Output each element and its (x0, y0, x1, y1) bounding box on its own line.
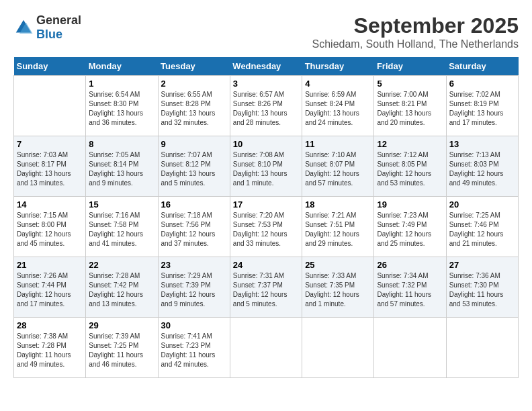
day-info: Sunrise: 7:08 AMSunset: 8:10 PMDaylight:… (233, 150, 299, 188)
day-number: 25 (305, 260, 371, 270)
calendar-cell: 5Sunrise: 7:00 AMSunset: 8:21 PMDaylight… (374, 76, 446, 136)
day-info: Sunrise: 7:28 AMSunset: 7:42 PMDaylight:… (89, 271, 154, 309)
day-info: Sunrise: 7:16 AMSunset: 7:58 PMDaylight:… (89, 211, 154, 248)
weekday-header-tuesday: Tuesday (158, 57, 230, 76)
day-info: Sunrise: 6:54 AMSunset: 8:30 PMDaylight:… (89, 90, 154, 128)
calendar-cell: 8Sunrise: 7:05 AMSunset: 8:14 PMDaylight… (86, 136, 158, 197)
calendar-cell: 4Sunrise: 6:59 AMSunset: 8:24 PMDaylight… (302, 76, 374, 136)
weekday-header-sunday: Sunday (14, 57, 86, 76)
calendar-cell: 2Sunrise: 6:55 AMSunset: 8:28 PMDaylight… (158, 76, 230, 136)
weekday-header-wednesday: Wednesday (230, 57, 302, 76)
calendar-cell: 17Sunrise: 7:20 AMSunset: 7:53 PMDayligh… (230, 197, 302, 257)
calendar-cell: 6Sunrise: 7:02 AMSunset: 8:19 PMDaylight… (446, 76, 518, 136)
day-info: Sunrise: 7:15 AMSunset: 8:00 PMDaylight:… (17, 211, 83, 248)
calendar-cell: 28Sunrise: 7:38 AMSunset: 7:28 PMDayligh… (14, 318, 86, 378)
calendar-cell: 21Sunrise: 7:26 AMSunset: 7:44 PMDayligh… (14, 257, 86, 318)
day-info: Sunrise: 7:25 AMSunset: 7:46 PMDaylight:… (449, 211, 515, 248)
day-info: Sunrise: 7:29 AMSunset: 7:39 PMDaylight:… (161, 271, 227, 309)
day-number: 6 (449, 79, 515, 89)
day-number: 22 (89, 260, 154, 270)
day-number: 19 (377, 199, 443, 210)
day-info: Sunrise: 7:39 AMSunset: 7:25 PMDaylight:… (89, 332, 154, 369)
week-row-4: 21Sunrise: 7:26 AMSunset: 7:44 PMDayligh… (14, 257, 519, 318)
day-number: 7 (17, 139, 83, 149)
day-number: 16 (161, 199, 227, 210)
day-info: Sunrise: 7:33 AMSunset: 7:35 PMDaylight:… (305, 271, 371, 309)
calendar-cell: 13Sunrise: 7:13 AMSunset: 8:03 PMDayligh… (446, 136, 518, 197)
week-row-2: 7Sunrise: 7:03 AMSunset: 8:17 PMDaylight… (14, 136, 519, 197)
calendar-cell: 26Sunrise: 7:34 AMSunset: 7:32 PMDayligh… (374, 257, 446, 318)
week-row-3: 14Sunrise: 7:15 AMSunset: 8:00 PMDayligh… (14, 197, 519, 257)
calendar-cell (446, 318, 518, 378)
calendar: SundayMondayTuesdayWednesdayThursdayFrid… (13, 57, 519, 378)
calendar-cell: 24Sunrise: 7:31 AMSunset: 7:37 PMDayligh… (230, 257, 302, 318)
day-info: Sunrise: 7:26 AMSunset: 7:44 PMDaylight:… (17, 271, 83, 309)
day-info: Sunrise: 7:12 AMSunset: 8:05 PMDaylight:… (377, 150, 443, 188)
day-info: Sunrise: 7:00 AMSunset: 8:21 PMDaylight:… (377, 90, 443, 128)
location-title: Schiedam, South Holland, The Netherlands (312, 38, 519, 50)
day-number: 29 (89, 320, 154, 330)
day-number: 9 (161, 139, 227, 149)
day-info: Sunrise: 7:23 AMSunset: 7:49 PMDaylight:… (377, 211, 443, 248)
calendar-cell: 27Sunrise: 7:36 AMSunset: 7:30 PMDayligh… (446, 257, 518, 318)
calendar-cell: 18Sunrise: 7:21 AMSunset: 7:51 PMDayligh… (302, 197, 374, 257)
calendar-cell: 22Sunrise: 7:28 AMSunset: 7:42 PMDayligh… (86, 257, 158, 318)
day-info: Sunrise: 7:03 AMSunset: 8:17 PMDaylight:… (17, 150, 83, 188)
logo-text-blue: Blue (36, 28, 62, 41)
day-number: 23 (161, 260, 227, 270)
calendar-cell: 23Sunrise: 7:29 AMSunset: 7:39 PMDayligh… (158, 257, 230, 318)
calendar-cell (230, 318, 302, 378)
day-info: Sunrise: 7:21 AMSunset: 7:51 PMDaylight:… (305, 211, 371, 248)
weekday-header-thursday: Thursday (302, 57, 374, 76)
day-number: 15 (89, 199, 154, 210)
calendar-cell: 19Sunrise: 7:23 AMSunset: 7:49 PMDayligh… (374, 197, 446, 257)
calendar-cell: 16Sunrise: 7:18 AMSunset: 7:56 PMDayligh… (158, 197, 230, 257)
day-info: Sunrise: 7:20 AMSunset: 7:53 PMDaylight:… (233, 211, 299, 248)
day-number: 2 (161, 79, 227, 89)
day-number: 14 (17, 199, 83, 210)
calendar-cell: 29Sunrise: 7:39 AMSunset: 7:25 PMDayligh… (86, 318, 158, 378)
day-info: Sunrise: 6:57 AMSunset: 8:26 PMDaylight:… (233, 90, 299, 128)
day-number: 26 (377, 260, 443, 270)
week-row-5: 28Sunrise: 7:38 AMSunset: 7:28 PMDayligh… (14, 318, 519, 378)
day-info: Sunrise: 7:10 AMSunset: 8:07 PMDaylight:… (305, 150, 371, 188)
weekday-header-friday: Friday (374, 57, 446, 76)
calendar-cell: 11Sunrise: 7:10 AMSunset: 8:07 PMDayligh… (302, 136, 374, 197)
day-number: 24 (233, 260, 299, 270)
calendar-cell: 12Sunrise: 7:12 AMSunset: 8:05 PMDayligh… (374, 136, 446, 197)
day-number: 10 (233, 139, 299, 149)
day-info: Sunrise: 7:07 AMSunset: 8:12 PMDaylight:… (161, 150, 227, 188)
calendar-cell: 15Sunrise: 7:16 AMSunset: 7:58 PMDayligh… (86, 197, 158, 257)
day-number: 1 (89, 79, 154, 89)
day-number: 17 (233, 199, 299, 210)
day-number: 12 (377, 139, 443, 149)
day-number: 18 (305, 199, 371, 210)
calendar-cell (302, 318, 374, 378)
weekday-header-monday: Monday (86, 57, 158, 76)
day-number: 3 (233, 79, 299, 89)
day-number: 30 (161, 320, 227, 330)
calendar-cell: 7Sunrise: 7:03 AMSunset: 8:17 PMDaylight… (14, 136, 86, 197)
logo-icon (13, 17, 34, 38)
calendar-cell: 10Sunrise: 7:08 AMSunset: 8:10 PMDayligh… (230, 136, 302, 197)
calendar-cell (374, 318, 446, 378)
day-info: Sunrise: 7:02 AMSunset: 8:19 PMDaylight:… (449, 90, 515, 128)
calendar-cell: 1Sunrise: 6:54 AMSunset: 8:30 PMDaylight… (86, 76, 158, 136)
day-info: Sunrise: 7:41 AMSunset: 7:23 PMDaylight:… (161, 332, 227, 369)
calendar-cell: 20Sunrise: 7:25 AMSunset: 7:46 PMDayligh… (446, 197, 518, 257)
calendar-cell: 9Sunrise: 7:07 AMSunset: 8:12 PMDaylight… (158, 136, 230, 197)
calendar-cell: 3Sunrise: 6:57 AMSunset: 8:26 PMDaylight… (230, 76, 302, 136)
day-info: Sunrise: 7:36 AMSunset: 7:30 PMDaylight:… (449, 271, 515, 309)
title-section: September 2025 Schiedam, South Holland, … (312, 13, 519, 50)
calendar-cell: 25Sunrise: 7:33 AMSunset: 7:35 PMDayligh… (302, 257, 374, 318)
day-number: 13 (449, 139, 515, 149)
calendar-cell: 14Sunrise: 7:15 AMSunset: 8:00 PMDayligh… (14, 197, 86, 257)
day-info: Sunrise: 6:59 AMSunset: 8:24 PMDaylight:… (305, 90, 371, 128)
day-info: Sunrise: 6:55 AMSunset: 8:28 PMDaylight:… (161, 90, 227, 128)
logo: General Blue (13, 13, 81, 42)
day-number: 21 (17, 260, 83, 270)
day-info: Sunrise: 7:18 AMSunset: 7:56 PMDaylight:… (161, 211, 227, 248)
day-number: 27 (449, 260, 515, 270)
day-number: 11 (305, 139, 371, 149)
day-number: 5 (377, 79, 443, 89)
